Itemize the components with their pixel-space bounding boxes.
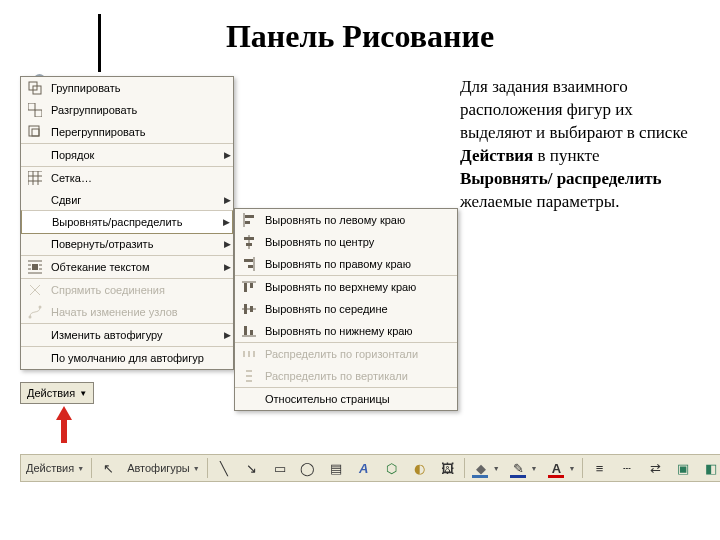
menu-item-label: Распределить по горизонтали (265, 348, 457, 360)
menu-item-label: По умолчанию для автофигур (51, 352, 233, 364)
diagram-tool[interactable]: ⬡ (378, 456, 406, 480)
actions-menu-item-6[interactable]: Выровнять/распределить▶ (21, 210, 233, 234)
align-submenu-item-3[interactable]: Выровнять по верхнему краю (235, 275, 457, 298)
blank-icon (26, 212, 46, 232)
cursor-icon: ↖ (99, 459, 117, 477)
align-submenu-item-8[interactable]: Относительно страницы (235, 387, 457, 410)
submenu-arrow-icon: ▶ (221, 262, 233, 272)
menu-item-label: Выровнять по левому краю (265, 214, 457, 226)
edit-icon (25, 302, 45, 322)
align-submenu-item-0[interactable]: Выровнять по левому краю (235, 209, 457, 231)
picture-tool[interactable]: 🖼 (434, 456, 462, 480)
at-icon (239, 277, 259, 297)
menu-item-label: Выровнять по середине (265, 303, 457, 315)
blank-icon (239, 389, 259, 409)
wordart-tool[interactable]: A (350, 456, 378, 480)
dh-icon (239, 344, 259, 364)
rectangle-icon: ▭ (271, 459, 289, 477)
svg-rect-20 (250, 330, 253, 335)
menu-item-label: Выровнять по нижнему краю (265, 325, 457, 337)
menu-item-label: Сетка… (51, 172, 233, 184)
arrows-icon: ⇄ (646, 459, 664, 477)
svg-rect-18 (250, 306, 253, 312)
textbox-tool[interactable]: ▤ (322, 456, 350, 480)
align-submenu-item-5[interactable]: Выровнять по нижнему краю (235, 320, 457, 342)
svg-rect-21 (243, 351, 245, 357)
actions-dropdown-label: Действия (27, 387, 75, 399)
wordart-icon: A (355, 459, 373, 477)
blank-icon (25, 234, 45, 254)
menu-item-label: Группировать (51, 82, 233, 94)
toolbar-autoshapes-button[interactable]: Автофигуры▼ (122, 456, 205, 480)
menu-item-label: Перегруппировать (51, 126, 233, 138)
grid-icon (25, 168, 45, 188)
actions-menu-item-8[interactable]: Обтекание текстом▶ (21, 255, 233, 278)
fill-color-button[interactable]: ◆▼ (467, 456, 505, 480)
regroup-icon (25, 122, 45, 142)
line-style-button[interactable]: ≡ (585, 456, 613, 480)
rectangle-tool[interactable]: ▭ (266, 456, 294, 480)
menu-item-label: Повернуть/отразить (51, 238, 221, 250)
actions-menu-item-3[interactable]: Порядок▶ (21, 143, 233, 166)
blank-icon (25, 325, 45, 345)
menu-item-label: Обтекание текстом (51, 261, 221, 273)
line-color-button[interactable]: ✎▼ (505, 456, 543, 480)
picture-icon: 🖼 (439, 459, 457, 477)
reroute-icon (25, 280, 45, 300)
toolbar-actions-button[interactable]: Действия▼ (21, 456, 89, 480)
svg-rect-23 (253, 351, 255, 357)
align-submenu[interactable]: Выровнять по левому краюВыровнять по цен… (234, 208, 458, 411)
description-text: Для задания взаимного расположения фигур… (460, 76, 696, 214)
actions-menu-item-4[interactable]: Сетка… (21, 166, 233, 189)
select-tool[interactable]: ↖ (94, 456, 122, 480)
blank-icon (25, 348, 45, 368)
actions-menu[interactable]: ГруппироватьРазгруппироватьПерегруппиров… (20, 76, 234, 370)
actions-menu-item-5[interactable]: Сдвиг▶ (21, 189, 233, 211)
shadow-button[interactable]: ▣ (669, 456, 697, 480)
line-icon: ╲ (215, 459, 233, 477)
arrow-tool[interactable]: ↘ (238, 456, 266, 480)
menu-item-label: Выровнять по верхнему краю (265, 281, 457, 293)
svg-rect-11 (244, 237, 254, 240)
brush-icon: ✎ (510, 459, 528, 477)
dash-style-button[interactable]: ┄ (613, 456, 641, 480)
actions-menu-item-1[interactable]: Разгруппировать (21, 99, 233, 121)
svg-rect-19 (244, 326, 247, 335)
drawing-toolbar: Действия▼ ↖ Автофигуры▼ ╲ ↘ ▭ ◯ ▤ A ⬡ ◐ … (20, 454, 720, 482)
cube-icon: ◧ (702, 459, 720, 477)
actions-dropdown-button[interactable]: Действия ▼ (20, 382, 94, 404)
actions-menu-item-0[interactable]: Группировать (21, 77, 233, 99)
dash-icon: ┄ (618, 459, 636, 477)
align-submenu-item-4[interactable]: Выровнять по середине (235, 298, 457, 320)
arrow-style-button[interactable]: ⇄ (641, 456, 669, 480)
align-submenu-item-7: Распределить по вертикали (235, 365, 457, 387)
line-tool[interactable]: ╲ (210, 456, 238, 480)
menu-item-label: Сдвиг (51, 194, 221, 206)
svg-rect-13 (244, 259, 253, 262)
ungroup-icon (25, 100, 45, 120)
svg-rect-2 (28, 103, 35, 110)
oval-tool[interactable]: ◯ (294, 456, 322, 480)
submenu-arrow-icon: ▶ (221, 239, 233, 249)
svg-rect-14 (248, 265, 253, 268)
actions-menu-item-11[interactable]: Изменить автофигуру▶ (21, 323, 233, 346)
font-color-button[interactable]: A▼ (543, 456, 581, 480)
menu-item-label: Порядок (51, 149, 221, 161)
menu-item-label: Распределить по вертикали (265, 370, 457, 382)
menu-item-label: Выровнять по центру (265, 236, 457, 248)
svg-point-8 (39, 306, 42, 309)
clipart-tool[interactable]: ◐ (406, 456, 434, 480)
actions-menu-item-12[interactable]: По умолчанию для автофигур (21, 346, 233, 369)
menu-item-label: Разгруппировать (51, 104, 233, 116)
align-submenu-item-2[interactable]: Выровнять по правому краю (235, 253, 457, 275)
blank-icon (25, 145, 45, 165)
actions-menu-item-7[interactable]: Повернуть/отразить▶ (21, 233, 233, 255)
svg-rect-10 (245, 221, 250, 224)
actions-menu-item-2[interactable]: Перегруппировать (21, 121, 233, 143)
align-submenu-item-1[interactable]: Выровнять по центру (235, 231, 457, 253)
svg-rect-12 (246, 243, 252, 246)
3d-button[interactable]: ◧ (697, 456, 720, 480)
svg-rect-17 (244, 304, 247, 314)
oval-icon: ◯ (299, 459, 317, 477)
submenu-arrow-icon: ▶ (221, 150, 233, 160)
